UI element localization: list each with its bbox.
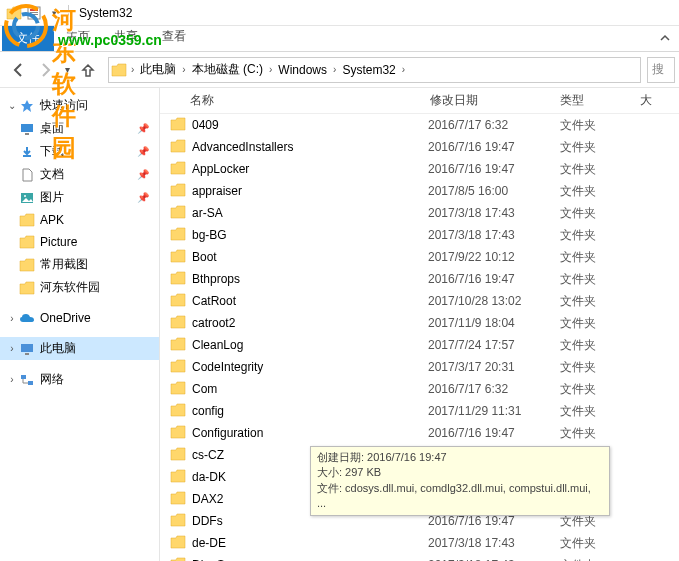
window-title: System32 (79, 6, 132, 20)
file-row[interactable]: Configuration2016/7/16 19:47文件夹 (160, 422, 679, 444)
sidebar-downloads[interactable]: 下载 📌 (0, 140, 159, 163)
file-row[interactable]: Com2016/7/17 6:32文件夹 (160, 378, 679, 400)
download-icon (18, 144, 36, 160)
forward-button[interactable] (32, 56, 60, 84)
sidebar-quick-access[interactable]: ⌄ 快速访问 (0, 94, 159, 117)
folder-icon (18, 234, 36, 250)
file-date: 2017/3/18 17:43 (428, 206, 560, 220)
file-row[interactable]: catroot22017/11/9 18:04文件夹 (160, 312, 679, 334)
file-row[interactable]: de-DE2017/3/18 17:43文件夹 (160, 532, 679, 554)
file-type: 文件夹 (560, 535, 640, 552)
sidebar-documents[interactable]: 文档 📌 (0, 163, 159, 186)
file-name: Boot (192, 250, 428, 264)
file-name: CodeIntegrity (192, 360, 428, 374)
chevron-right-icon[interactable]: › (129, 64, 136, 75)
folder-icon (170, 337, 188, 353)
tab-view[interactable]: 查看 (150, 24, 198, 51)
folder-icon (170, 535, 188, 551)
recent-dropdown-icon[interactable]: ▾ (60, 56, 74, 84)
tooltip-files: 文件: cdosys.dll.mui, comdlg32.dll.mui, co… (317, 481, 603, 512)
chevron-right-icon[interactable]: › (331, 64, 338, 75)
sidebar-network[interactable]: › 网络 (0, 368, 159, 391)
up-button[interactable] (74, 56, 102, 84)
svg-point-7 (24, 195, 26, 197)
file-row[interactable]: config2017/11/29 11:31文件夹 (160, 400, 679, 422)
cloud-icon (18, 310, 36, 326)
folder-icon (170, 315, 188, 331)
folder-icon (170, 293, 188, 309)
sidebar-this-pc[interactable]: › 此电脑 (0, 337, 159, 360)
address-bar[interactable]: › 此电脑 › 本地磁盘 (C:) › Windows › System32 › (108, 57, 641, 83)
crumb-system32[interactable]: System32 (338, 63, 399, 77)
file-date: 2017/3/18 17:43 (428, 228, 560, 242)
file-date: 2016/7/17 6:32 (428, 382, 560, 396)
document-icon (18, 167, 36, 183)
column-size[interactable]: 大 (640, 92, 679, 109)
file-type: 文件夹 (560, 249, 640, 266)
file-row[interactable]: appraiser2017/8/5 16:00文件夹 (160, 180, 679, 202)
file-name: DDFs (192, 514, 428, 528)
pin-icon: 📌 (137, 123, 155, 134)
sidebar-pictures[interactable]: 图片 📌 (0, 186, 159, 209)
file-row[interactable]: 04092016/7/17 6:32文件夹 (160, 114, 679, 136)
tab-share[interactable]: 共享 (102, 24, 150, 51)
folder-icon (170, 425, 188, 441)
file-row[interactable]: AppLocker2016/7/16 19:47文件夹 (160, 158, 679, 180)
file-date: 2017/8/5 16:00 (428, 184, 560, 198)
properties-icon[interactable] (26, 5, 42, 21)
folder-icon (170, 491, 188, 507)
column-type[interactable]: 类型 (560, 92, 640, 109)
chevron-right-icon[interactable]: › (180, 64, 187, 75)
crumb-local-disk[interactable]: 本地磁盘 (C:) (188, 61, 267, 78)
chevron-right-icon[interactable]: › (6, 313, 18, 324)
star-icon (18, 98, 36, 114)
folder-icon (170, 381, 188, 397)
file-type: 文件夹 (560, 337, 640, 354)
back-button[interactable] (4, 56, 32, 84)
file-row[interactable]: CatRoot2017/10/28 13:02文件夹 (160, 290, 679, 312)
sidebar-item-label: OneDrive (40, 311, 91, 325)
file-row[interactable]: CleanLog2017/7/24 17:57文件夹 (160, 334, 679, 356)
file-type: 文件夹 (560, 403, 640, 420)
file-name: appraiser (192, 184, 428, 198)
file-row[interactable]: CodeIntegrity2017/3/17 20:31文件夹 (160, 356, 679, 378)
crumb-windows[interactable]: Windows (274, 63, 331, 77)
chevron-right-icon[interactable]: › (400, 64, 407, 75)
file-row[interactable]: DiagSvcs2017/3/18 17:43文件夹 (160, 554, 679, 561)
sidebar-picture-en[interactable]: Picture (0, 231, 159, 253)
column-name[interactable]: 名称 (190, 92, 430, 109)
sidebar-item-label: 河东软件园 (40, 279, 100, 296)
pictures-icon (18, 190, 36, 206)
sidebar-item-label: 快速访问 (40, 97, 88, 114)
qat-dropdown-icon[interactable]: ▾ (46, 5, 62, 21)
sidebar-onedrive[interactable]: › OneDrive (0, 307, 159, 329)
file-name: AppLocker (192, 162, 428, 176)
file-row[interactable]: AdvancedInstallers2016/7/16 19:47文件夹 (160, 136, 679, 158)
search-input[interactable]: 搜 (647, 57, 675, 83)
chevron-down-icon[interactable]: ⌄ (6, 100, 18, 111)
file-date: 2017/3/17 20:31 (428, 360, 560, 374)
pin-icon: 📌 (137, 146, 155, 157)
column-date[interactable]: 修改日期 (430, 92, 560, 109)
column-headers: 名称 修改日期 类型 大 (160, 88, 679, 114)
svg-rect-5 (25, 133, 29, 135)
svg-rect-11 (28, 381, 33, 385)
chevron-right-icon[interactable]: › (6, 343, 18, 354)
file-row[interactable]: Boot2017/9/22 10:12文件夹 (160, 246, 679, 268)
file-name: CleanLog (192, 338, 428, 352)
sidebar-screenshots[interactable]: 常用截图 (0, 253, 159, 276)
crumb-this-pc[interactable]: 此电脑 (136, 61, 180, 78)
file-row[interactable]: bg-BG2017/3/18 17:43文件夹 (160, 224, 679, 246)
file-row[interactable]: ar-SA2017/3/18 17:43文件夹 (160, 202, 679, 224)
sidebar-apk[interactable]: APK (0, 209, 159, 231)
chevron-right-icon[interactable]: › (267, 64, 274, 75)
chevron-right-icon[interactable]: › (6, 374, 18, 385)
folder-icon (170, 403, 188, 419)
ribbon-expand-icon[interactable] (651, 28, 679, 51)
sidebar-hedong[interactable]: 河东软件园 (0, 276, 159, 299)
file-row[interactable]: Bthprops2016/7/16 19:47文件夹 (160, 268, 679, 290)
desktop-icon (18, 121, 36, 137)
tab-home[interactable]: 主页 (54, 24, 102, 51)
tab-file[interactable]: 文件 (2, 26, 54, 51)
sidebar-desktop[interactable]: 桌面 📌 (0, 117, 159, 140)
